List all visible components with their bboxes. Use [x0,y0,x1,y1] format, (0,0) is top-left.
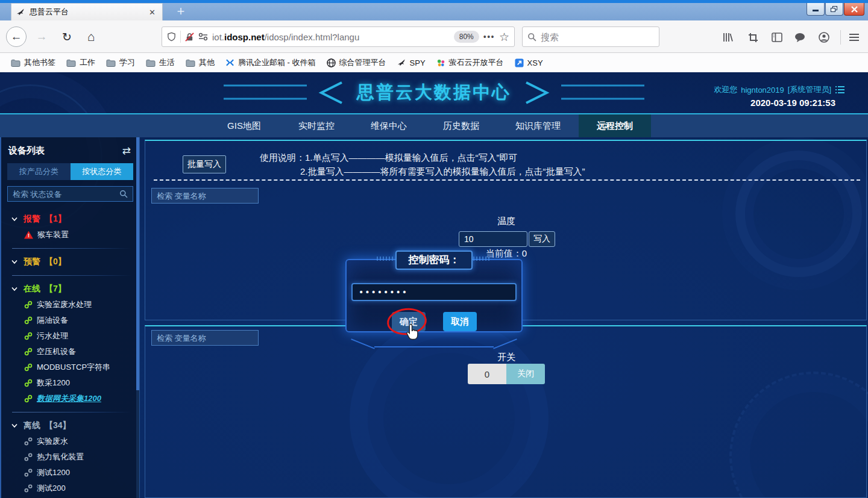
switch-close-button[interactable]: 关闭 [506,364,545,384]
cancel-button[interactable]: 取消 [443,312,477,331]
chevron-down-icon [11,217,18,222]
main-nav: GIS地图 实时监控 维保中心 历史数据 知识库管理 远程控制 [0,114,868,137]
tree-group-online[interactable]: 在线 【7】 [11,281,139,297]
insecure-lock-icon[interactable] [185,33,194,42]
tree-item[interactable]: 热力氧化装置 [11,449,139,465]
back-button[interactable]: ← [6,26,27,47]
zoom-level-badge[interactable]: 80% [454,31,479,43]
close-button[interactable] [844,3,864,16]
tree-item[interactable]: 实验室废水处理 [11,297,139,313]
address-bar[interactable]: iot.idosp.net/idosp/index.html?langu 80%… [162,26,515,47]
tree-item[interactable]: MODBUSTCP字符串 [11,359,139,375]
url-text[interactable]: iot.idosp.net/idosp/index.html?langu [212,32,359,42]
nav-tab-realtime[interactable]: 实时监控 [280,114,353,137]
sidebar-toggle-icon[interactable] [770,31,784,43]
sidebar-scrollbar[interactable] [136,137,139,498]
digital-write-panel: 开关 0 关闭 [145,325,867,498]
variable-search-input[interactable] [157,334,253,343]
tree-item[interactable]: 隔油设备 [11,313,139,328]
switch-value: 0 [468,364,506,384]
nav-tab-history[interactable]: 历史数据 [425,114,497,137]
link-icon [24,379,33,387]
reload-button[interactable]: ↻ [57,26,77,47]
write-button[interactable]: 写入 [529,231,555,247]
variable-search[interactable] [151,188,259,204]
forward-button[interactable]: → [31,26,52,47]
permissions-icon[interactable] [198,33,208,41]
bookmark-item[interactable]: XSY [510,57,548,69]
tree-group-warning[interactable]: 预警 【0】 [11,254,139,270]
variable-search-input[interactable] [157,191,253,201]
nav-tab-remote-control[interactable]: 远程控制 [579,114,651,137]
page-header: 思普云大数据中心 欢迎您 hignton2019 [系统管理员] 2020-03… [0,72,868,114]
warning-icon: ! [24,231,33,239]
tree-item[interactable]: 测试200 [11,481,139,496]
browser-tab[interactable]: 思普云平台 ✕ [11,3,163,20]
username: hignton2019 [741,86,784,95]
bookmark-item[interactable]: 综合管理平台 [322,55,391,70]
chevron-down-icon [11,287,18,291]
scrollbar-thumb[interactable] [136,137,139,390]
tree-item[interactable]: 数采1200 [11,375,139,391]
menu-icon[interactable] [848,31,861,43]
tab-by-product[interactable]: 按产品分类 [7,163,71,180]
bookmark-item[interactable]: 萤石云开放平台 [432,55,509,70]
bookmark-folder[interactable]: 生活 [141,55,180,70]
tree-item[interactable]: ! 猴车装置 [11,227,139,243]
restore-button[interactable] [825,3,843,16]
library-icon[interactable] [721,31,734,43]
bookmark-item[interactable]: SPY [392,57,430,69]
tab-strip: 思普云平台 ✕ + [0,3,868,20]
divider [12,412,132,412]
tree-group-alarm[interactable]: 报警 【1】 [11,211,139,227]
bookmark-star-icon[interactable]: ☆ [499,30,509,44]
folder-icon [106,59,116,67]
browser-toolbar: ← → ↻ ⌂ iot.idosp.net/idosp/index.html?l… [0,20,868,53]
tab-title: 思普云平台 [30,7,143,17]
account-icon[interactable] [817,31,831,43]
decoration [374,346,494,347]
tree-item[interactable]: 实验废水 [11,434,139,449]
bookmark-item[interactable]: 腾讯企业邮箱 - 收件箱 [221,55,321,70]
link-icon [24,347,33,356]
link-icon [24,363,33,372]
tree-group-offline[interactable]: 离线 【34】 [11,418,139,434]
page-actions-icon[interactable]: ••• [483,32,495,42]
bookmark-folder[interactable]: 其他 [181,55,219,70]
switch-toggle[interactable]: 0 关闭 [468,364,545,384]
globe-icon [327,58,336,67]
search-bar[interactable] [522,26,659,47]
tree-item[interactable]: 空压机设备 [11,344,139,359]
password-input[interactable] [351,283,517,301]
folder-icon [11,59,20,67]
bookmark-folder[interactable]: 其他书签 [6,55,60,70]
screenshot-icon[interactable] [746,31,760,43]
bookmark-folder[interactable]: 学习 [101,55,140,70]
broken-link-icon [24,468,33,477]
bookmarks-bar: 其他书签 工作 学习 生活 其他 腾讯企业邮箱 - 收件箱 综合管理平台 SPY… [0,53,868,72]
tab-close-icon[interactable]: ✕ [147,8,157,17]
collapse-sidebar-icon[interactable]: ⇄ [122,145,131,157]
minimize-button[interactable] [807,3,825,16]
home-button[interactable]: ⌂ [81,26,101,47]
messages-icon[interactable] [793,31,807,43]
variable-search[interactable] [151,330,259,346]
nav-tab-gis[interactable]: GIS地图 [208,114,280,137]
shield-icon[interactable] [167,32,176,42]
tree-item[interactable]: 污水处理 [11,328,139,344]
bookmark-folder[interactable]: 工作 [61,55,100,70]
device-search[interactable] [7,186,133,202]
folder-icon [146,59,156,67]
folder-icon [186,59,195,67]
search-input[interactable] [541,32,637,42]
nav-tab-maintenance[interactable]: 维保中心 [353,114,425,137]
nav-tab-knowledge[interactable]: 知识库管理 [497,114,579,137]
menu-list-icon[interactable] [835,86,845,94]
tab-by-status[interactable]: 按状态分类 [71,163,134,180]
batch-write-button[interactable]: 批量写入 [183,155,226,173]
analog-value-input[interactable] [459,231,527,247]
tree-item-selected[interactable]: 数据网关采集1200 [11,391,139,406]
new-tab-button[interactable]: + [171,4,191,20]
tree-item[interactable]: 测试1200 [11,465,139,481]
device-search-input[interactable] [13,190,119,199]
